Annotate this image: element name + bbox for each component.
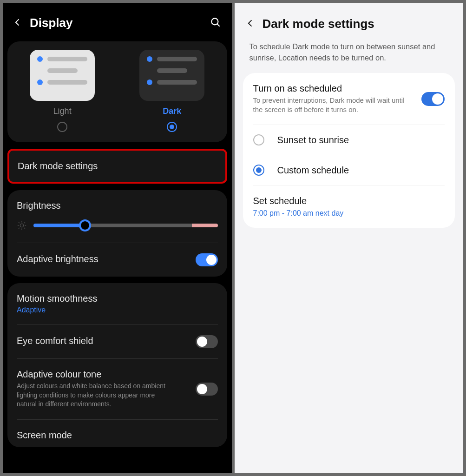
sun-icon <box>17 220 27 231</box>
custom-schedule-label: Custom schedule <box>277 165 349 176</box>
dark-preview-icon <box>139 50 204 101</box>
header: Display <box>7 11 227 41</box>
svg-line-9 <box>19 228 20 229</box>
adaptive-colour-tone-toggle[interactable] <box>196 383 218 396</box>
turn-on-scheduled-desc: To prevent interruptions, Dark mode will… <box>253 96 411 115</box>
sunset-label: Sunset to sunrise <box>277 135 349 145</box>
motion-smoothness-value: Adaptive <box>17 306 218 314</box>
adaptive-colour-tone-row[interactable]: Adaptive colour tone Adjust colours and … <box>7 359 227 419</box>
sunset-option-row[interactable]: Sunset to sunrise <box>243 125 455 155</box>
svg-line-1 <box>217 24 219 26</box>
set-schedule-value: 7:00 pm - 7:00 am next day <box>253 209 344 218</box>
adaptive-colour-tone-label: Adaptive colour tone <box>17 369 191 380</box>
motion-smoothness-item[interactable]: Motion smoothness Adaptive <box>7 283 227 324</box>
display-settings-screen: Display Light Dark <box>3 3 232 473</box>
brightness-slider-thumb[interactable] <box>79 219 91 231</box>
eye-comfort-row[interactable]: Eye comfort shield <box>7 325 227 358</box>
motion-smoothness-label: Motion smoothness <box>17 293 218 304</box>
custom-schedule-radio[interactable] <box>253 165 264 176</box>
svg-line-8 <box>24 228 25 229</box>
turn-on-scheduled-toggle[interactable] <box>421 92 445 106</box>
set-schedule-label: Set schedule <box>253 196 307 206</box>
brightness-label: Brightness <box>17 200 218 211</box>
eye-comfort-label: Eye comfort shield <box>17 336 191 346</box>
light-label: Light <box>53 106 72 116</box>
theme-option-dark[interactable]: Dark <box>139 50 204 132</box>
page-title: Display <box>30 16 202 30</box>
brightness-slider[interactable] <box>33 224 218 227</box>
back-icon[interactable] <box>13 17 22 30</box>
sunset-radio[interactable] <box>253 134 264 145</box>
eye-comfort-toggle[interactable] <box>196 335 218 348</box>
turn-on-scheduled-label: Turn on as scheduled <box>253 83 416 94</box>
screen-mode-item[interactable]: Screen mode <box>7 420 227 447</box>
theme-selector-card: Light Dark <box>7 41 227 142</box>
adaptive-colour-tone-desc: Adjust colours and white balance based o… <box>17 382 175 409</box>
set-schedule-item[interactable]: Set schedule 7:00 pm - 7:00 am next day <box>243 185 455 228</box>
svg-point-0 <box>211 18 218 25</box>
location-note: To schedule Dark mode to turn on between… <box>239 41 459 73</box>
back-icon[interactable] <box>246 18 255 31</box>
svg-point-2 <box>20 224 23 227</box>
search-icon[interactable] <box>210 16 222 30</box>
brightness-card: Brightness Adaptive brightness <box>7 190 227 277</box>
display-options-card: Motion smoothness Adaptive Eye comfort s… <box>7 283 227 447</box>
page-title: Dark mode settings <box>263 17 374 31</box>
adaptive-brightness-toggle[interactable] <box>196 253 218 266</box>
custom-schedule-option-row[interactable]: Custom schedule <box>243 155 455 185</box>
schedule-card: Turn on as scheduled To prevent interrup… <box>243 73 455 228</box>
dark-radio[interactable] <box>167 122 177 132</box>
screen-mode-label: Screen mode <box>17 430 218 441</box>
light-radio[interactable] <box>57 122 67 132</box>
adaptive-brightness-label: Adaptive brightness <box>17 254 191 264</box>
dark-mode-settings-screen: Dark mode settings To schedule Dark mode… <box>235 3 464 473</box>
adaptive-brightness-row[interactable]: Adaptive brightness <box>7 243 227 277</box>
svg-line-10 <box>24 222 25 223</box>
dark-mode-settings-label: Dark mode settings <box>18 161 98 171</box>
header: Dark mode settings <box>239 12 459 41</box>
light-preview-icon <box>30 50 95 101</box>
turn-on-scheduled-row[interactable]: Turn on as scheduled To prevent interrup… <box>243 73 455 125</box>
theme-option-light[interactable]: Light <box>30 50 95 132</box>
dark-label: Dark <box>163 106 181 116</box>
svg-line-7 <box>19 222 20 223</box>
dark-mode-settings-item[interactable]: Dark mode settings <box>7 149 227 184</box>
